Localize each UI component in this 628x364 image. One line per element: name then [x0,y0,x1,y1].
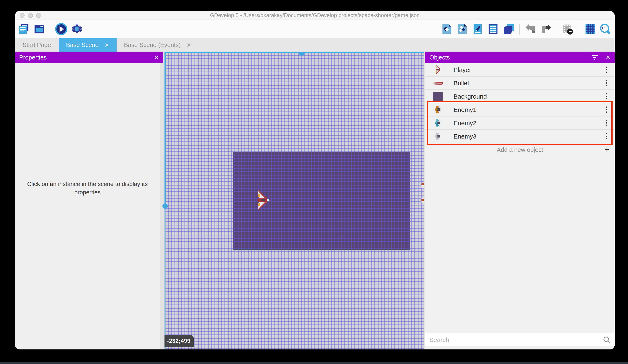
play-button[interactable] [55,23,68,35]
properties-panel-header: Properties ✕ [15,52,163,63]
close-panel-button[interactable]: ✕ [606,54,611,61]
gdevelop-window: GDevelop 5 - /Users/dkarakay/Documents/G… [15,11,615,350]
tab-base-scene[interactable]: Base Scene ✕ [59,38,116,52]
start-page-button[interactable] [33,23,45,35]
title-bar[interactable]: GDevelop 5 - /Users/dkarakay/Documents/G… [15,11,615,20]
undo-icon [525,23,536,35]
tab-label: Base Scene [66,42,98,48]
toolbar-separator [579,23,579,34]
object-menu-button[interactable] [604,78,609,88]
object-row-bullet[interactable]: Bullet [425,76,615,90]
toggle-grid-button[interactable] [584,23,596,35]
zoom-ratio-label: 1:1 [601,26,607,30]
player-instance[interactable] [255,189,270,211]
object-label: Background [454,93,487,100]
filter-icon[interactable] [592,55,598,60]
object-groups-icon [457,23,468,35]
toolbar-left-group [17,23,83,35]
toolbar-separator [519,23,520,34]
tab-label: Start Page [22,42,51,48]
object-menu-button[interactable] [604,92,609,101]
objects-editor-icon [441,23,452,35]
properties-empty-message: Click on an instance in the scene to dis… [25,180,150,196]
object-search-box [425,333,615,346]
mask-window-icon [562,23,574,35]
object-menu-button[interactable] [604,131,609,141]
editor-content: Properties ✕ Click on an instance in the… [15,52,615,350]
object-label: Enemy3 [454,133,476,140]
scene-left-border-line [164,52,166,206]
screenshot-stage: GDevelop 5 - /Users/dkarakay/Documents/G… [0,0,628,364]
close-tab-icon[interactable]: ✕ [187,42,191,48]
open-objects-editor-button[interactable] [441,23,453,35]
minimize-window-button[interactable] [28,13,33,18]
cursor-coordinates-badge: -232;499 [164,335,194,347]
undo-button[interactable] [524,23,537,35]
toggle-mask-button[interactable] [562,23,574,35]
open-layers-editor-button[interactable] [502,23,515,35]
object-menu-button[interactable] [604,118,609,127]
redo-button[interactable] [540,23,552,35]
properties-panel-title: Properties [19,54,47,61]
object-row-background[interactable]: Background [425,90,615,103]
properties-panel: Properties ✕ Click on an instance in the… [15,52,163,350]
object-label: Bullet [454,79,469,87]
search-icon[interactable] [603,336,611,343]
player-object-icon [433,64,443,75]
objects-panel-title: Objects [429,54,450,61]
debug-bug-icon [71,23,82,35]
object-label: Enemy1 [454,106,476,113]
scene-left-border-line-faded [164,206,166,350]
scene-window-icon [34,23,45,35]
object-label: Enemy2 [454,120,476,126]
object-search-input[interactable] [425,336,603,343]
project-manager-icon [18,23,29,35]
main-toolbar: 1:1 [15,20,615,38]
objects-panel: Objects ✕ [425,52,615,350]
object-row-enemy1[interactable]: Enemy1 [425,103,615,117]
toolbar-separator [50,23,50,34]
clipped-enemy-sprite [421,183,424,188]
debug-button[interactable] [70,23,83,35]
close-tab-icon[interactable]: ✕ [104,42,109,48]
object-menu-button[interactable] [604,65,609,74]
add-object-row[interactable]: Add a new object + [425,143,615,156]
object-row-enemy3[interactable]: Enemy3 [425,130,615,143]
tab-bar: Start Page Base Scene ✕ Base Scene (Even… [15,38,615,52]
scene-canvas[interactable]: -232;499 [164,52,424,350]
zoom-original-button[interactable]: 1:1 [599,23,612,35]
project-manager-button[interactable] [17,23,30,35]
redo-icon [540,23,552,35]
add-object-plus-icon[interactable]: + [604,145,610,154]
instances-list-icon [488,23,498,35]
open-instances-list-button[interactable] [487,23,499,35]
objects-panel-header: Objects ✕ [425,52,615,63]
tab-label: Base Scene (Events) [124,42,180,48]
window-title: GDevelop 5 - /Users/dkarakay/Documents/G… [210,12,420,18]
canvas-grid [164,52,424,350]
traffic-lights [20,11,41,20]
open-object-groups-button[interactable] [456,23,469,35]
bullet-object-icon [433,78,443,88]
scene-properties-icon [472,23,483,35]
tab-base-scene-events[interactable]: Base Scene (Events) ✕ [116,38,198,52]
layers-icon [503,23,514,35]
enemy1-object-icon [433,104,443,115]
object-row-enemy2[interactable]: Enemy2 [425,117,615,130]
tab-start-page[interactable]: Start Page [15,38,59,52]
close-panel-button[interactable]: ✕ [154,54,159,61]
zoom-window-button[interactable] [36,13,41,18]
scene-border-handle-left[interactable] [162,203,168,209]
clipped-enemy-sprite [421,198,424,203]
scene-top-border-line [164,52,424,53]
toolbar-separator [557,23,557,34]
toolbar-right-group: 1:1 [441,23,612,35]
properties-panel-body: Click on an instance in the scene to dis… [15,63,160,350]
background-object-icon [433,91,443,102]
close-window-button[interactable] [20,13,25,18]
play-icon [55,23,68,35]
object-menu-button[interactable] [604,105,609,114]
object-row-player[interactable]: Player [425,63,615,76]
enemy3-object-icon [433,131,443,142]
open-scene-properties-button[interactable] [471,23,484,35]
